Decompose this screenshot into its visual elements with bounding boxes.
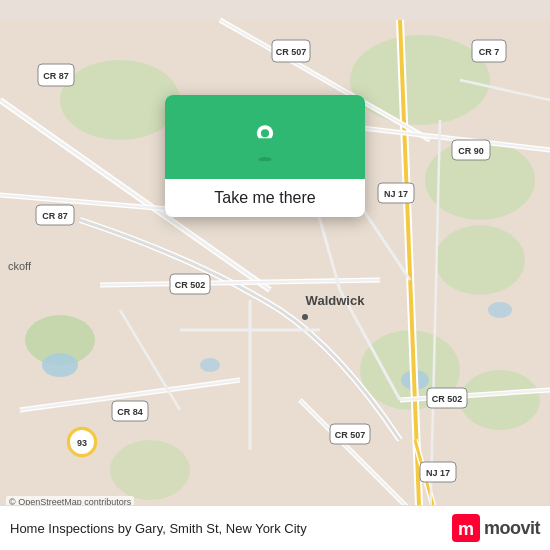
svg-point-10: [42, 353, 78, 377]
svg-point-60: [302, 314, 308, 320]
svg-text:93: 93: [77, 438, 87, 448]
svg-text:CR 87: CR 87: [43, 71, 69, 81]
svg-point-7: [460, 370, 540, 430]
svg-point-76: [258, 157, 271, 161]
moovit-wordmark: moovit: [484, 518, 540, 539]
svg-text:CR 507: CR 507: [276, 47, 307, 57]
svg-text:CR 90: CR 90: [458, 146, 484, 156]
bottom-bar: Home Inspections by Gary, Smith St, New …: [0, 505, 550, 550]
popup-card: Take me there: [165, 95, 365, 217]
svg-point-12: [488, 302, 512, 318]
map-container: CR 87 CR 507 CR 7 CR 90 CR 90 CR 87 NJ 1…: [0, 0, 550, 550]
svg-text:ckoff: ckoff: [8, 260, 32, 272]
popup-green-header: [165, 95, 365, 179]
svg-text:CR 7: CR 7: [479, 47, 500, 57]
svg-text:CR 502: CR 502: [175, 280, 206, 290]
svg-point-8: [110, 440, 190, 500]
location-pin-icon: [243, 117, 287, 161]
svg-text:NJ 17: NJ 17: [426, 468, 450, 478]
moovit-logo: m moovit: [452, 514, 540, 542]
svg-point-1: [60, 60, 180, 140]
svg-text:CR 507: CR 507: [335, 430, 366, 440]
svg-text:CR 87: CR 87: [42, 211, 68, 221]
svg-point-4: [435, 225, 525, 295]
svg-point-13: [200, 358, 220, 372]
svg-text:CR 84: CR 84: [117, 407, 143, 417]
svg-point-74: [261, 129, 269, 137]
svg-text:NJ 17: NJ 17: [384, 189, 408, 199]
svg-text:m: m: [458, 519, 474, 539]
take-me-there-button[interactable]: Take me there: [165, 179, 365, 217]
moovit-m-icon: m: [452, 514, 480, 542]
location-text: Home Inspections by Gary, Smith St, New …: [10, 521, 452, 536]
svg-point-2: [350, 35, 490, 125]
svg-text:Waldwick: Waldwick: [306, 293, 366, 308]
map-background: CR 87 CR 507 CR 7 CR 90 CR 90 CR 87 NJ 1…: [0, 0, 550, 550]
svg-text:CR 502: CR 502: [432, 394, 463, 404]
